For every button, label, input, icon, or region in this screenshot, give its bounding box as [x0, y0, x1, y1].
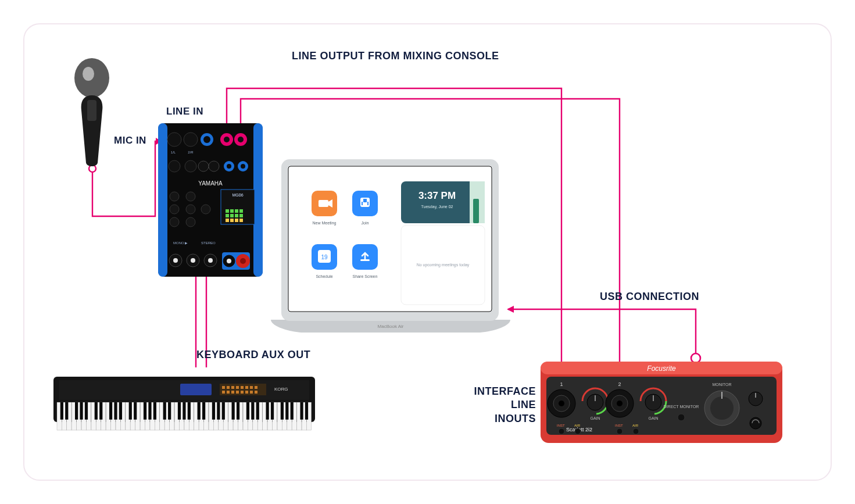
svg-text:GAIN: GAIN: [648, 416, 658, 420]
svg-point-68: [227, 259, 231, 263]
svg-rect-181: [178, 402, 181, 420]
svg-rect-101: [245, 386, 248, 389]
svg-point-29: [209, 161, 219, 171]
svg-rect-199: [300, 402, 303, 420]
svg-rect-183: [188, 402, 191, 420]
mixing-console: 1/L 2/R YAMAHA MG06: [158, 123, 263, 277]
svg-point-17: [184, 133, 198, 146]
svg-text:Join: Join: [362, 221, 369, 225]
svg-rect-169: [95, 402, 98, 420]
svg-rect-43: [239, 209, 243, 213]
svg-point-225: [633, 428, 639, 434]
svg-rect-81: [363, 199, 367, 202]
clock-time: 3:37 PM: [418, 190, 456, 201]
svg-rect-90: [360, 259, 370, 261]
svg-rect-203: [546, 377, 777, 435]
svg-point-59: [173, 258, 178, 263]
svg-rect-96: [222, 386, 225, 389]
svg-rect-197: [285, 402, 288, 420]
svg-rect-177: [148, 402, 151, 420]
svg-rect-73: [473, 199, 479, 223]
svg-rect-195: [271, 402, 274, 420]
svg-rect-166: [75, 402, 78, 420]
svg-point-31: [227, 164, 231, 169]
svg-text:AIR: AIR: [632, 424, 639, 427]
svg-text:Schedule: Schedule: [316, 274, 332, 278]
svg-point-33: [241, 164, 245, 169]
svg-point-54: [201, 205, 210, 214]
svg-rect-109: [245, 391, 248, 394]
svg-marker-9: [507, 306, 514, 313]
svg-text:GAIN: GAIN: [590, 416, 600, 420]
svg-text:AIR: AIR: [574, 424, 581, 427]
mixer-model: MG06: [232, 193, 243, 197]
svg-text:2/R: 2/R: [188, 151, 194, 154]
svg-point-8: [691, 353, 700, 363]
svg-point-235: [750, 417, 761, 429]
label-line-output: LINE OUTPUT FROM MIXING CONSOLE: [292, 50, 499, 62]
svg-point-21: [224, 137, 230, 142]
svg-point-52: [170, 217, 179, 227]
svg-point-49: [186, 192, 195, 201]
svg-point-224: [617, 428, 623, 434]
svg-rect-178: [153, 402, 156, 420]
svg-point-66: [240, 258, 246, 264]
svg-text:INST: INST: [615, 424, 623, 427]
svg-rect-106: [231, 391, 234, 394]
svg-rect-179: [163, 402, 166, 420]
svg-rect-41: [230, 219, 234, 222]
svg-text:STEREO: STEREO: [201, 241, 216, 245]
svg-text:INST: INST: [557, 424, 565, 427]
svg-rect-105: [227, 391, 230, 394]
svg-rect-76: [319, 200, 328, 207]
svg-rect-189: [232, 402, 235, 420]
svg-text:MONO ▶: MONO ▶: [173, 241, 188, 245]
svg-text:19: 19: [321, 254, 328, 260]
svg-point-27: [185, 160, 196, 172]
svg-rect-103: [255, 386, 257, 389]
svg-text:2: 2: [618, 381, 621, 387]
svg-point-19: [203, 136, 210, 143]
laptop: MacBook Air 3:37 PM Tuesday, June 02 No …: [271, 159, 510, 333]
piano-keys: [57, 402, 312, 430]
svg-rect-46: [235, 219, 238, 222]
clock-date: Tuesday, June 02: [421, 205, 453, 209]
svg-rect-108: [241, 391, 244, 394]
svg-text:New Meeting: New Meeting: [313, 221, 337, 226]
svg-rect-94: [180, 384, 212, 395]
svg-text:DIRECT MONITOR: DIRECT MONITOR: [664, 405, 699, 409]
keyboard-brand: KORG: [274, 387, 288, 392]
svg-rect-172: [114, 402, 117, 420]
svg-point-28: [198, 161, 209, 171]
svg-rect-173: [119, 402, 122, 420]
svg-rect-187: [217, 402, 220, 420]
svg-text:MONITOR: MONITOR: [713, 383, 732, 387]
diagram-svg: 1/L 2/R YAMAHA MG06: [24, 24, 832, 481]
svg-rect-111: [255, 391, 257, 394]
svg-rect-170: [99, 402, 102, 420]
svg-point-48: [170, 192, 179, 201]
svg-rect-40: [226, 219, 229, 222]
svg-rect-164: [60, 402, 63, 420]
svg-rect-99: [236, 386, 239, 389]
audio-routing-diagram: 1/L 2/R YAMAHA MG06: [0, 0, 855, 504]
svg-rect-185: [202, 402, 205, 420]
svg-rect-190: [237, 402, 239, 420]
svg-point-61: [191, 258, 195, 263]
svg-rect-198: [291, 402, 294, 420]
no-meetings-text: No upcoming meetings today: [417, 263, 470, 267]
svg-rect-192: [251, 402, 254, 420]
svg-rect-104: [222, 391, 225, 394]
label-interface-line-inputs: INTERFACE LINE INOUTS: [472, 385, 536, 426]
svg-rect-168: [85, 402, 88, 420]
keyboard-instrument: KORG KROSS: [53, 377, 315, 430]
svg-point-213: [559, 428, 564, 434]
svg-rect-200: [305, 402, 308, 420]
svg-rect-180: [168, 402, 171, 420]
svg-text:1/L: 1/L: [171, 151, 176, 154]
svg-rect-196: [281, 402, 284, 420]
svg-rect-97: [227, 386, 230, 389]
svg-rect-42: [235, 209, 238, 213]
svg-point-50: [170, 205, 179, 214]
svg-rect-209: [595, 395, 596, 401]
